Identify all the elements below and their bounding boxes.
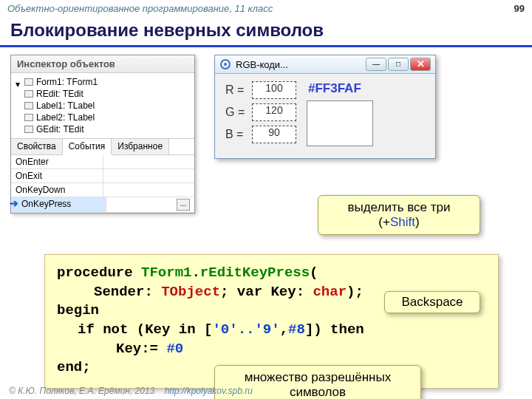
app-icon bbox=[219, 58, 231, 70]
tree-item-label: REdit: TEdit bbox=[36, 89, 83, 99]
copyright: © К.Ю. Поляков, Е.А. Ерёмин, 2013 bbox=[9, 386, 154, 396]
b-input[interactable]: 90 bbox=[252, 126, 296, 143]
rgb-form-window: RGB-коди... — □ ✕ R = 100 G = 120 B = 90 bbox=[214, 55, 436, 159]
event-row[interactable]: OnEnter bbox=[11, 155, 194, 169]
b-label: B = bbox=[225, 128, 246, 141]
tab-properties[interactable]: Свойства bbox=[11, 139, 63, 154]
object-inspector: Инспектор объектов ▾ Form1: TForm1 REdit… bbox=[10, 55, 195, 214]
page-title: Блокирование неверных символов bbox=[0, 17, 532, 47]
tree-item-label: GEdit: TEdit bbox=[36, 124, 83, 134]
event-name: OnEnter bbox=[11, 155, 103, 168]
component-icon bbox=[24, 90, 33, 98]
r-input[interactable]: 100 bbox=[252, 81, 296, 99]
event-name: OnKeyDown bbox=[11, 183, 103, 197]
inspector-caption: Инспектор объектов bbox=[11, 55, 194, 73]
event-row[interactable]: OnExit bbox=[11, 169, 194, 183]
event-list: OnEnter OnExit OnKeyDown ➔ OnKeyPress ..… bbox=[11, 154, 194, 213]
window-title: RGB-коди... bbox=[236, 59, 361, 70]
tree-item[interactable]: REdit: TEdit bbox=[11, 88, 194, 100]
shift-key-text: Shift bbox=[390, 215, 415, 229]
ellipsis-button[interactable]: ... bbox=[177, 199, 190, 211]
rgb-row-g: G = 120 bbox=[225, 103, 296, 121]
tree-item[interactable]: GEdit: TEdit bbox=[11, 123, 194, 135]
rgb-row-b: B = 90 bbox=[225, 126, 296, 143]
tree-item[interactable]: Label1: TLabel bbox=[11, 100, 194, 112]
component-icon bbox=[24, 102, 33, 109]
event-name: OnKeyPress bbox=[11, 197, 106, 212]
header-topic: Объектно-ориентированное программировани… bbox=[7, 3, 273, 14]
form-icon bbox=[24, 78, 33, 86]
g-label: G = bbox=[225, 106, 246, 119]
r-label: R = bbox=[225, 83, 246, 97]
tree-item-label: Form1: TForm1 bbox=[36, 77, 98, 87]
close-button[interactable]: ✕ bbox=[410, 58, 431, 71]
footer-link[interactable]: http://kpolyakov.spb.ru bbox=[165, 386, 253, 396]
tree-root[interactable]: ▾ Form1: TForm1 bbox=[11, 76, 194, 88]
component-icon bbox=[24, 114, 33, 121]
component-tree: ▾ Form1: TForm1 REdit: TEdit Label1: TLa… bbox=[11, 73, 194, 138]
g-input[interactable]: 120 bbox=[252, 103, 296, 121]
maximize-button[interactable]: □ bbox=[388, 58, 409, 71]
inspector-tabs: Свойства События Избранное bbox=[11, 138, 194, 154]
expand-icon: ▾ bbox=[16, 79, 21, 85]
window-titlebar: RGB-коди... — □ ✕ bbox=[215, 55, 435, 74]
page-number: 99 bbox=[514, 3, 525, 14]
minimize-button[interactable]: — bbox=[366, 58, 386, 71]
color-swatch bbox=[307, 100, 373, 146]
tab-favorites[interactable]: Избранное bbox=[112, 139, 169, 154]
pointer-icon: ➔ bbox=[10, 197, 18, 209]
footer: © К.Ю. Поляков, Е.А. Ерёмин, 2013 http:/… bbox=[9, 386, 253, 396]
hex-label: #FF3FAF bbox=[307, 81, 373, 96]
tab-events[interactable]: События bbox=[63, 139, 112, 155]
tree-item-label: Label1: TLabel bbox=[36, 100, 95, 111]
component-icon bbox=[24, 126, 33, 133]
tree-item-label: Label2: TLabel bbox=[36, 112, 95, 123]
event-row[interactable]: OnKeyDown bbox=[11, 183, 194, 197]
event-name: OnExit bbox=[11, 169, 103, 183]
rgb-row-r: R = 100 bbox=[225, 81, 296, 99]
callout-select-all: выделить все три (+Shift) bbox=[318, 195, 480, 235]
tree-item[interactable]: Label2: TLabel bbox=[11, 112, 194, 123]
svg-point-1 bbox=[224, 63, 227, 66]
event-row-selected[interactable]: ➔ OnKeyPress ... bbox=[11, 197, 194, 213]
callout-backspace: Backspace bbox=[384, 291, 480, 313]
